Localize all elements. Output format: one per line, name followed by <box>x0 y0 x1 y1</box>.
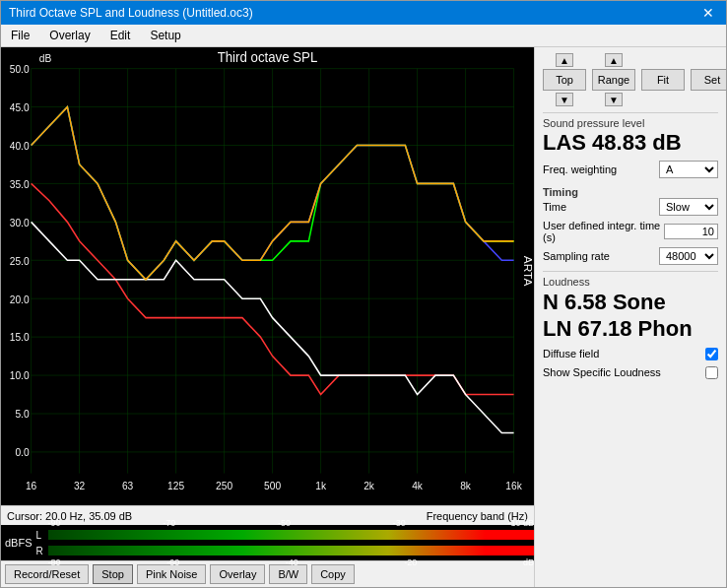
dbfs-ticks-bottom: -80 -60 -40 -20 dB <box>48 557 534 567</box>
user-defined-row: User defined integr. time (s) <box>543 220 718 243</box>
svg-text:2k: 2k <box>364 479 374 490</box>
show-specific-label: Show Specific Loudness <box>543 366 661 378</box>
diffuse-field-row: Diffuse field <box>543 348 718 360</box>
fit-ctrl-group: Fit <box>641 53 685 106</box>
chart-svg: 50.0 45.0 40.0 35.0 30.0 25.0 20.0 15.0 … <box>1 47 534 505</box>
dbfs-ticks-top: -90 -70 -50 -30 -10 dB <box>48 518 534 528</box>
right-panel: ▲ Top ▼ ▲ Range ▼ Fit Set <box>534 47 726 587</box>
svg-text:dB: dB <box>39 52 51 64</box>
svg-text:25.0: 25.0 <box>10 254 30 266</box>
range-up-button[interactable]: ▲ <box>605 53 623 67</box>
svg-text:15.0: 15.0 <box>10 331 30 343</box>
freq-weighting-select[interactable]: A B C Z <box>659 161 718 178</box>
top-button[interactable]: Top <box>543 69 586 91</box>
svg-text:16: 16 <box>26 479 36 490</box>
dbfs-scale: L -90 -70 -50 -30 -10 dB R <box>36 528 534 558</box>
dbfs-label: dBFS <box>1 537 36 549</box>
menu-bar: File Overlay Edit Setup <box>1 25 726 47</box>
top-ctrl-group: ▲ Top ▼ <box>543 53 586 106</box>
show-specific-row: Show Specific Loudness <box>543 366 718 379</box>
spl-label: Sound pressure level <box>543 117 718 129</box>
svg-text:50.0: 50.0 <box>10 63 30 75</box>
dbfs-row-R: R -80 -60 -40 -20 dB <box>36 544 534 558</box>
fit-button[interactable]: Fit <box>641 69 685 91</box>
time-select[interactable]: Slow Fast <box>659 198 718 216</box>
content-area: 50.0 45.0 40.0 35.0 30.0 25.0 20.0 15.0 … <box>1 47 726 587</box>
diffuse-field-checkbox[interactable] <box>705 348 718 360</box>
svg-text:5.0: 5.0 <box>15 408 29 420</box>
menu-edit[interactable]: Edit <box>104 27 137 44</box>
top-controls: ▲ Top ▼ ▲ Range ▼ Fit Set <box>543 53 718 106</box>
main-window: Third Octave SPL and Loudness (Untitled.… <box>0 0 727 588</box>
loudness-n-value: N 6.58 Sone LN 67.18 Phon <box>543 290 718 342</box>
chart-wrapper: 50.0 45.0 40.0 35.0 30.0 25.0 20.0 15.0 … <box>1 47 534 505</box>
svg-text:1k: 1k <box>315 479 326 490</box>
overlay-button[interactable]: Overlay <box>210 564 265 584</box>
sampling-rate-row: Sampling rate 48000 44100 96000 <box>543 247 718 265</box>
svg-text:125: 125 <box>167 479 184 490</box>
dbfs-bar: dBFS L -90 -70 -50 -30 -10 dB <box>1 525 534 560</box>
dbfs-R-bar: -80 -60 -40 -20 dB <box>48 546 534 555</box>
svg-text:63: 63 <box>122 479 133 490</box>
top-down-button[interactable]: ▼ <box>556 93 573 106</box>
loudness-label: Loudness <box>543 276 718 288</box>
freq-weighting-label: Freq. weighting <box>543 163 617 175</box>
timing-label: Timing <box>543 186 718 198</box>
svg-text:35.0: 35.0 <box>10 177 30 189</box>
svg-text:500: 500 <box>264 479 281 490</box>
svg-text:40.0: 40.0 <box>10 140 30 152</box>
dbfs-L-bar: -90 -70 -50 -30 -10 dB <box>48 530 534 540</box>
svg-rect-0 <box>1 47 534 505</box>
menu-setup[interactable]: Setup <box>144 27 186 44</box>
svg-text:Third octave SPL: Third octave SPL <box>218 50 318 65</box>
pink-noise-button[interactable]: Pink Noise <box>137 564 207 584</box>
time-label: Time <box>543 201 566 213</box>
range-ctrl-group: ▲ Range ▼ <box>592 53 635 106</box>
svg-text:8k: 8k <box>460 479 471 490</box>
record-reset-button[interactable]: Record/Reset <box>5 564 89 584</box>
sampling-rate-select[interactable]: 48000 44100 96000 <box>659 247 718 265</box>
window-title: Third Octave SPL and Loudness (Untitled.… <box>9 6 253 20</box>
top-up-button[interactable]: ▲ <box>556 53 573 67</box>
svg-text:45.0: 45.0 <box>10 101 30 113</box>
chart-area: 50.0 45.0 40.0 35.0 30.0 25.0 20.0 15.0 … <box>1 47 534 587</box>
user-defined-input[interactable] <box>664 224 718 239</box>
dbfs-row-L: L -90 -70 -50 -30 -10 dB <box>36 528 534 543</box>
svg-text:0.0: 0.0 <box>15 446 29 458</box>
svg-text:10.0: 10.0 <box>10 369 30 381</box>
svg-text:ARTA: ARTA <box>522 256 534 287</box>
close-button[interactable]: ✕ <box>698 5 718 21</box>
svg-text:16k: 16k <box>505 479 522 490</box>
user-defined-label: User defined integr. time (s) <box>543 220 662 243</box>
loudness-section: Loudness N 6.58 Sone LN 67.18 Phon <box>543 271 718 342</box>
stop-button[interactable]: Stop <box>93 564 133 584</box>
menu-file[interactable]: File <box>5 27 35 44</box>
menu-overlay[interactable]: Overlay <box>43 27 96 44</box>
svg-text:30.0: 30.0 <box>10 216 30 228</box>
svg-text:32: 32 <box>74 479 85 490</box>
spl-value: LAS 48.83 dB <box>543 131 718 155</box>
set-ctrl-group: Set <box>691 53 726 106</box>
sampling-rate-label: Sampling rate <box>543 250 610 262</box>
show-specific-checkbox[interactable] <box>705 366 718 379</box>
bw-button[interactable]: B/W <box>269 564 307 584</box>
set-button[interactable]: Set <box>691 69 726 91</box>
svg-text:4k: 4k <box>412 479 423 490</box>
freq-weighting-row: Freq. weighting A B C Z <box>543 161 718 178</box>
title-bar: Third Octave SPL and Loudness (Untitled.… <box>1 1 726 25</box>
dbfs-L-label: L <box>36 530 48 541</box>
timing-time-row: Time Slow Fast <box>543 198 718 216</box>
diffuse-field-label: Diffuse field <box>543 348 599 359</box>
range-label: Range <box>592 69 635 91</box>
spl-section: Sound pressure level LAS 48.83 dB <box>543 112 718 155</box>
svg-text:250: 250 <box>216 479 232 490</box>
dbfs-R-label: R <box>36 546 48 556</box>
timing-section: Timing Time Slow Fast User defined integ… <box>543 184 718 265</box>
copy-button[interactable]: Copy <box>311 564 355 584</box>
svg-text:20.0: 20.0 <box>10 293 30 304</box>
range-down-button[interactable]: ▼ <box>605 93 623 106</box>
